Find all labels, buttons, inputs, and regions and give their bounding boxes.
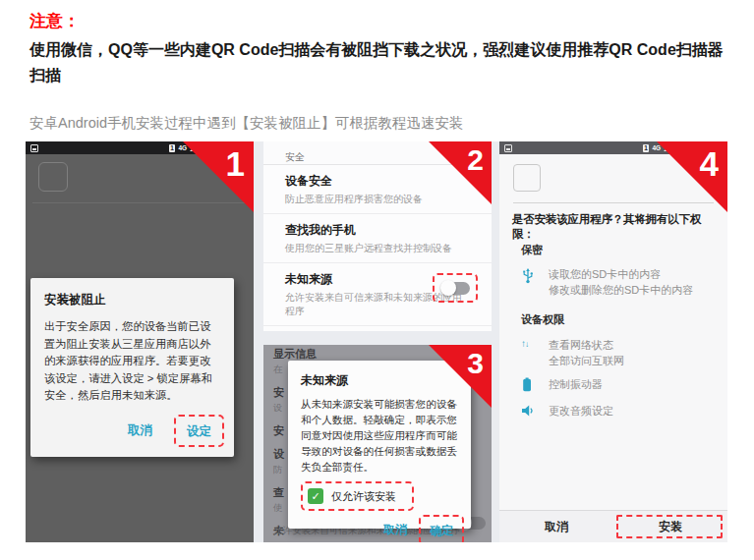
list-item-find-my-phone[interactable]: 查找我的手机 使用您的三星账户远程查找并控制设备 xyxy=(263,214,492,263)
step-number: 4 xyxy=(700,144,719,184)
permission-line: 读取您的SD卡中的内容 xyxy=(549,266,693,282)
notice-title: 注意： xyxy=(29,10,80,32)
section-privacy: 保密 xyxy=(521,243,543,257)
step-number: 2 xyxy=(467,143,484,177)
settings-button[interactable]: 设定 xyxy=(187,424,211,438)
cancel-button[interactable]: 取消 xyxy=(499,511,613,542)
step-number: 1 xyxy=(226,144,245,184)
list-item-unknown-sources[interactable]: 未知来源 允许安装来自可信来源和未知来源的应用程序 xyxy=(263,263,492,326)
install-button-bar: 取消 安装 xyxy=(499,510,727,542)
annotation-box xyxy=(433,273,478,303)
install-question: 是否安装该应用程序？其将拥有以下权限： xyxy=(512,212,717,242)
checkbox-label: 仅允许该安装 xyxy=(331,489,396,504)
sim-badge-icon: 1 xyxy=(643,144,650,152)
app-icon-placeholder xyxy=(38,162,68,192)
sim-badge-icon: 1 xyxy=(169,144,176,152)
unknown-sources-toggle[interactable] xyxy=(440,280,470,296)
notice-body: 使用微信，QQ等一些内建QR Code扫描会有被阻挡下载之状况，强烈建议使用推荐… xyxy=(29,37,729,88)
section-device-permissions: 设备权限 xyxy=(521,312,564,327)
annotation-box xyxy=(616,515,723,538)
cancel-button[interactable]: 取消 xyxy=(383,522,407,538)
cancel-button[interactable]: 取消 xyxy=(128,422,152,439)
screenshot-step-2: 安全 设备安全 防止恶意应用程序损害您的设备 查找我的手机 使用您的三星账户远程… xyxy=(263,141,492,331)
install-blocked-dialog: 安装被阻止 出于安全原因，您的设备当前已设置为阻止安装从三星应用商店以外的来源获… xyxy=(30,278,234,457)
screenshot-strip: 1 4G 7 安装被阻止 出于安全原因，您的设备当前已设置为阻止安装从三星应用商… xyxy=(26,141,727,542)
annotation-box: 设定 xyxy=(174,415,224,447)
check-icon: ✓ xyxy=(311,490,319,502)
screenshot-step-1: 1 4G 7 安装被阻止 出于安全原因，您的设备当前已设置为阻止安装从三星应用商… xyxy=(26,141,254,542)
ok-button[interactable]: 确定 xyxy=(430,524,453,537)
vibration-icon xyxy=(521,376,541,396)
dialog-body: 从未知来源安装可能损害您的设备和个人数据。轻敲确定，即表示您同意对因使用这些应用… xyxy=(301,397,458,475)
usb-icon xyxy=(521,266,541,298)
allow-once-checkbox[interactable]: ✓ xyxy=(308,488,323,504)
screenshot-step-4: 1 4G 7 是否安装该应用程序？其将拥有以下权限： 保密 xyxy=(499,141,727,542)
app-icon-placeholder xyxy=(513,164,541,192)
permission-line: 更改音频设定 xyxy=(549,403,613,419)
annotation-box: 确定 xyxy=(419,515,464,542)
audio-icon xyxy=(521,403,541,421)
dialog-title: 安装被阻止 xyxy=(44,292,220,308)
permission-line: 控制振动器 xyxy=(549,376,603,392)
network-arrows-icon: ↑↓ xyxy=(521,337,541,368)
permission-line: 查看网络状态 xyxy=(549,337,624,353)
page-subtitle: 安卓Android手机安装过程中遇到【安装被阻止】可根据教程迅速安装 xyxy=(29,114,463,133)
screenshot-step-3: 显示信息在 安设 安 设防 查使 未 允许安装来自可信来源和未知来源的应用程序 … xyxy=(263,345,492,542)
annotation-box: ✓ 仅允许该安装 xyxy=(301,481,414,511)
tutorial-page: 注意： 使用微信，QQ等一些内建QR Code扫描会有被阻挡下载之状况，强烈建议… xyxy=(0,0,754,560)
permission-line: 修改或删除您的SD卡中的内容 xyxy=(549,282,693,298)
notification-icon xyxy=(30,144,38,152)
step-number: 3 xyxy=(467,347,484,380)
install-button[interactable]: 安装 xyxy=(613,511,727,542)
dialog-body: 出于安全原因，您的设备当前已设置为阻止安装从三星应用商店以外的来源获得的应用程序… xyxy=(44,318,220,405)
permission-line: 全部访问互联网 xyxy=(549,353,624,368)
settings-section-header: 安全 xyxy=(285,150,305,164)
notification-icon xyxy=(504,144,512,152)
list-item-other-security[interactable]: 其他安全设定 更改安全更新和证书存储等其他安全设定 xyxy=(263,326,492,331)
